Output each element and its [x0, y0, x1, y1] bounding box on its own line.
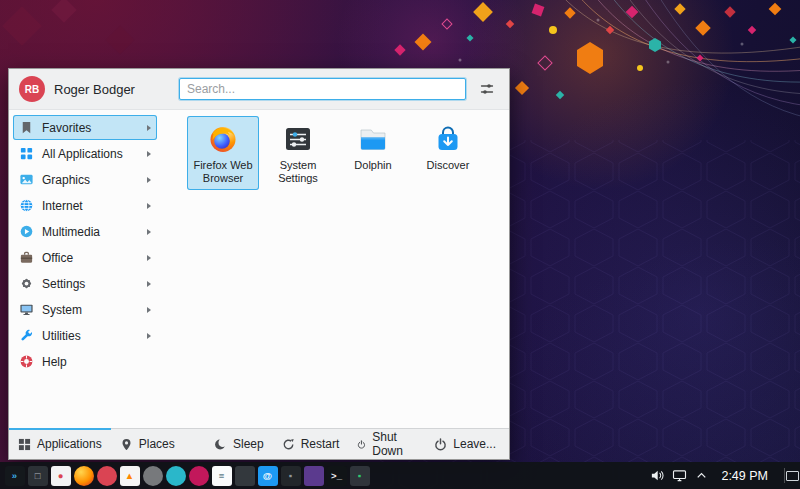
- app-glyph: @: [263, 470, 272, 481]
- clock[interactable]: 2:49 PM: [721, 469, 768, 483]
- favorite-system-settings[interactable]: System Settings: [262, 116, 334, 190]
- leave-button[interactable]: Leave...: [421, 429, 509, 459]
- volume-icon[interactable]: [650, 468, 665, 483]
- power-icon: [434, 438, 447, 451]
- taskbar-app-launcher[interactable]: »: [5, 466, 25, 486]
- button-label: Restart: [301, 437, 340, 451]
- app-glyph: ●: [58, 470, 64, 481]
- button-label: Shut Down: [372, 430, 412, 458]
- sidebar-item-label: Favorites: [42, 121, 91, 135]
- favorite-label: Dolphin: [354, 159, 391, 172]
- submenu-arrow-icon: [147, 177, 151, 183]
- tab-applications[interactable]: Applications: [9, 429, 111, 459]
- power-icon: [357, 438, 366, 451]
- sidebar-item-utilities[interactable]: Utilities: [13, 323, 157, 348]
- taskbar-app-gimp[interactable]: [143, 466, 163, 486]
- firefox-icon: [207, 123, 239, 155]
- launcher-body: Favorites All Applications Graphics: [9, 110, 509, 428]
- sidebar-item-internet[interactable]: Internet: [13, 193, 157, 218]
- favorite-label: Discover: [427, 159, 470, 172]
- taskbar-app-system-monitor[interactable]: ▪: [350, 466, 370, 486]
- taskbar-app-kmail[interactable]: @: [258, 466, 278, 486]
- sidebar-item-label: All Applications: [42, 147, 123, 161]
- grid-icon: [18, 438, 31, 451]
- taskbar: » □ ● ▲ ≡ @ ▪ >_ ▪ 2:49 PM: [0, 462, 800, 489]
- tab-label: Applications: [37, 437, 102, 451]
- sliders-icon: [479, 81, 495, 97]
- sleep-button[interactable]: Sleep: [205, 429, 273, 459]
- button-label: Sleep: [233, 437, 264, 451]
- taskbar-app-firefox[interactable]: [74, 466, 94, 486]
- sidebar-item-system[interactable]: System: [13, 297, 157, 322]
- pin-icon: [120, 438, 133, 451]
- show-desktop-button[interactable]: [784, 468, 800, 483]
- taskbar-app-kdeconnect[interactable]: ▪: [281, 466, 301, 486]
- taskbar-app-media-player[interactable]: ●: [51, 466, 71, 486]
- moon-icon: [214, 438, 227, 451]
- launcher-header: RB Roger Bodger: [9, 69, 509, 110]
- media-icon: [19, 224, 34, 239]
- globe-icon: [19, 198, 34, 213]
- sidebar-item-label: Internet: [42, 199, 83, 213]
- taskbar-app-vlc[interactable]: ▲: [120, 466, 140, 486]
- avatar[interactable]: RB: [19, 76, 45, 102]
- sidebar-item-settings[interactable]: Settings: [13, 271, 157, 296]
- favorite-dolphin[interactable]: Dolphin: [337, 116, 409, 190]
- footer-spacer: [184, 429, 205, 459]
- taskbar-app-pager[interactable]: □: [28, 466, 48, 486]
- favorite-label: System Settings: [266, 159, 330, 185]
- sidebar-item-label: Graphics: [42, 173, 90, 187]
- launcher-sidebar: Favorites All Applications Graphics: [9, 110, 161, 428]
- favorite-firefox[interactable]: Firefox Web Browser: [187, 116, 259, 190]
- dolphin-icon: [357, 123, 389, 155]
- sidebar-item-label: Office: [42, 251, 73, 265]
- restart-button[interactable]: Restart: [273, 429, 349, 459]
- taskbar-app-konsole[interactable]: >_: [327, 466, 347, 486]
- app-glyph: ≡: [219, 470, 225, 481]
- sidebar-item-label: Utilities: [42, 329, 81, 343]
- sidebar-item-all-applications[interactable]: All Applications: [13, 141, 157, 166]
- taskbar-app-chromium[interactable]: [166, 466, 186, 486]
- app-launcher-panel: RB Roger Bodger Favorites: [8, 68, 510, 460]
- app-grid-icon: [19, 146, 34, 161]
- submenu-arrow-icon: [147, 151, 151, 157]
- tab-places[interactable]: Places: [111, 429, 184, 459]
- sidebar-item-label: Settings: [42, 277, 85, 291]
- sidebar-item-multimedia[interactable]: Multimedia: [13, 219, 157, 244]
- configure-button[interactable]: [475, 81, 499, 97]
- sidebar-item-help[interactable]: Help: [13, 349, 157, 374]
- sidebar-item-favorites[interactable]: Favorites: [13, 115, 157, 140]
- app-glyph: □: [35, 470, 41, 481]
- app-glyph: >_: [331, 470, 342, 481]
- submenu-arrow-icon: [147, 307, 151, 313]
- sidebar-item-label: Multimedia: [42, 225, 100, 239]
- sidebar-item-office[interactable]: Office: [13, 245, 157, 270]
- submenu-arrow-icon: [147, 125, 151, 131]
- app-glyph: ▲: [125, 470, 134, 481]
- launcher-footer: Applications Places Sleep Restart: [9, 428, 509, 459]
- tab-label: Places: [139, 437, 175, 451]
- computer-icon: [19, 302, 34, 317]
- favorite-discover[interactable]: Discover: [412, 116, 484, 190]
- sidebar-item-label: System: [42, 303, 82, 317]
- sidebar-item-graphics[interactable]: Graphics: [13, 167, 157, 192]
- lifesaver-icon: [19, 354, 34, 369]
- desktop: RB Roger Bodger Favorites: [0, 0, 800, 489]
- system-settings-icon: [282, 123, 314, 155]
- restart-icon: [282, 438, 295, 451]
- taskbar-app-krita[interactable]: [189, 466, 209, 486]
- app-glyph: ▪: [289, 470, 292, 481]
- taskbar-app-okular[interactable]: [97, 466, 117, 486]
- show-desktop-icon: [786, 471, 799, 481]
- display-icon[interactable]: [672, 468, 687, 483]
- taskbar-app-spectacle[interactable]: [304, 466, 324, 486]
- shutdown-button[interactable]: Shut Down: [348, 429, 421, 459]
- button-label: Leave...: [453, 437, 496, 451]
- expand-tray-icon[interactable]: [694, 468, 709, 483]
- submenu-arrow-icon: [147, 229, 151, 235]
- taskbar-app-ark[interactable]: [235, 466, 255, 486]
- taskbar-app-writer[interactable]: ≡: [212, 466, 232, 486]
- app-glyph: ▪: [358, 470, 361, 481]
- search-input[interactable]: [179, 78, 466, 100]
- briefcase-icon: [19, 250, 34, 265]
